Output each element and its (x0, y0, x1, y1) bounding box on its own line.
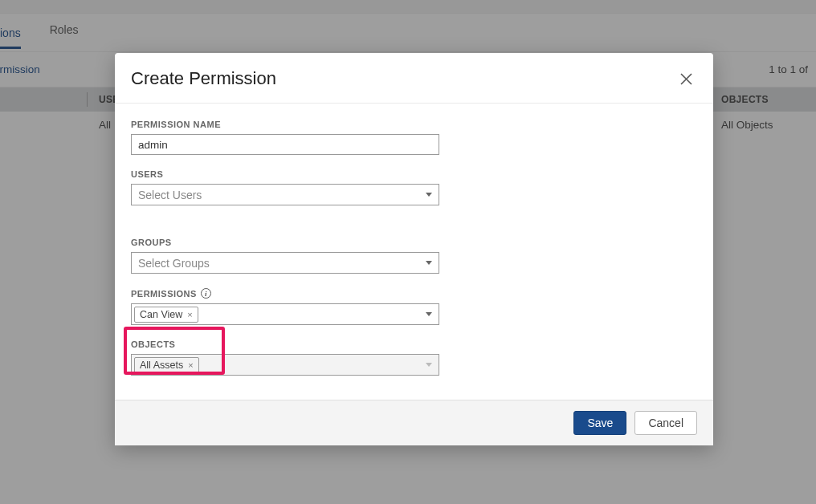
users-select[interactable]: Select Users (131, 184, 439, 205)
field-objects: OBJECTS All Assets × (131, 339, 697, 376)
close-icon[interactable] (675, 67, 697, 90)
modal-header: Create Permission (115, 53, 713, 104)
label-permissions: PERMISSIONS i (131, 288, 697, 299)
label-permission-name: PERMISSION NAME (131, 120, 697, 129)
permissions-select[interactable]: Can View × (131, 303, 439, 325)
tag-label: All Assets (140, 360, 183, 371)
chevron-down-icon (426, 261, 432, 265)
field-groups: GROUPS Select Groups (131, 238, 697, 274)
tag-remove-icon[interactable]: × (188, 360, 193, 370)
objects-select[interactable]: All Assets × (131, 354, 439, 376)
chevron-down-icon (426, 193, 432, 197)
save-button[interactable]: Save (573, 411, 626, 435)
modal-body: PERMISSION NAME USERS Select Users GROUP… (115, 104, 713, 400)
info-icon[interactable]: i (201, 288, 211, 299)
chevron-down-icon (426, 312, 432, 316)
label-users: USERS (131, 169, 697, 179)
objects-tag-all-assets[interactable]: All Assets × (134, 357, 199, 373)
groups-select[interactable]: Select Groups (131, 252, 439, 274)
cancel-button[interactable]: Cancel (634, 411, 697, 435)
label-objects: OBJECTS (131, 339, 697, 349)
groups-placeholder: Select Groups (138, 257, 210, 270)
permissions-tag-can-view[interactable]: Can View × (134, 307, 198, 323)
tag-remove-icon[interactable]: × (187, 310, 192, 319)
create-permission-modal: Create Permission PERMISSION NAME USERS … (115, 53, 713, 445)
field-users: USERS Select Users (131, 169, 697, 205)
tag-label: Can View (140, 309, 182, 320)
chevron-down-icon (426, 363, 432, 367)
modal-title: Create Permission (131, 68, 276, 89)
label-groups: GROUPS (131, 238, 697, 247)
field-permission-name: PERMISSION NAME (131, 120, 697, 155)
field-permissions: PERMISSIONS i Can View × (131, 288, 697, 325)
permission-name-input[interactable] (131, 134, 439, 155)
label-permissions-text: PERMISSIONS (131, 289, 197, 299)
modal-footer: Save Cancel (115, 400, 713, 445)
users-placeholder: Select Users (138, 189, 202, 201)
